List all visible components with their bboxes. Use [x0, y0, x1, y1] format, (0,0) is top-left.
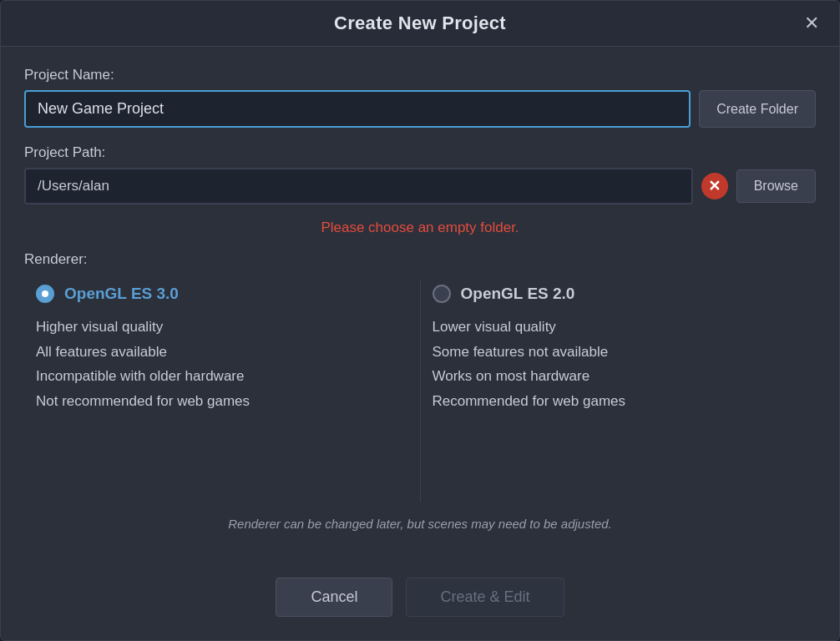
renderer-feature-item: All features available — [36, 341, 408, 363]
create-new-project-dialog: Create New Project ✕ Project Name: Creat… — [0, 0, 840, 641]
path-error-icon[interactable]: ✕ — [701, 173, 728, 199]
renderer-feature-item: Higher visual quality — [36, 316, 408, 338]
renderer-feature-item: Recommended for web games — [433, 391, 805, 412]
renderer-label: Renderer: — [24, 251, 816, 268]
renderer-option-header-30[interactable]: OpenGL ES 3.0 — [36, 285, 408, 303]
renderer-feature-item: Not recommended for web games — [36, 391, 408, 412]
project-name-row: Create Folder — [24, 90, 816, 128]
renderer-option-opengl-es-30: OpenGL ES 3.0 Higher visual quality All … — [24, 280, 420, 502]
renderer-feature-item: Some features not available — [433, 341, 805, 363]
renderer-option-header-20[interactable]: OpenGL ES 2.0 — [433, 285, 805, 303]
renderer-feature-item: Incompatible with older hardware — [36, 366, 408, 387]
renderer-name-30: OpenGL ES 3.0 — [64, 285, 179, 303]
cancel-button[interactable]: Cancel — [276, 578, 392, 617]
project-path-input[interactable] — [24, 168, 693, 204]
renderer-features-30: Higher visual quality All features avail… — [36, 316, 408, 411]
project-path-row: ✕ Browse — [24, 168, 816, 204]
dialog-body: Project Name: Create Folder Project Path… — [1, 47, 839, 564]
error-message: Please choose an empty folder. — [24, 220, 816, 236]
renderer-name-20: OpenGL ES 2.0 — [461, 285, 575, 303]
project-path-label: Project Path: — [24, 144, 816, 161]
renderer-options: OpenGL ES 3.0 Higher visual quality All … — [24, 280, 816, 502]
renderer-option-opengl-es-20: OpenGL ES 2.0 Lower visual quality Some … — [420, 280, 817, 502]
project-name-input[interactable] — [24, 90, 691, 128]
dialog-footer: Cancel Create & Edit — [1, 564, 839, 640]
project-name-label: Project Name: — [24, 67, 816, 83]
renderer-feature-item: Lower visual quality — [433, 316, 805, 338]
renderer-feature-item: Works on most hardware — [433, 366, 805, 387]
renderer-note: Renderer can be changed later, but scene… — [24, 517, 816, 531]
dialog-header: Create New Project ✕ — [1, 1, 839, 47]
browse-button[interactable]: Browse — [736, 169, 816, 203]
dialog-title: Create New Project — [334, 13, 506, 34]
radio-opengl-es-20[interactable] — [433, 285, 451, 303]
create-edit-button[interactable]: Create & Edit — [406, 578, 564, 617]
close-button[interactable]: ✕ — [797, 11, 826, 36]
renderer-features-20: Lower visual quality Some features not a… — [433, 316, 805, 411]
create-folder-button[interactable]: Create Folder — [699, 90, 816, 128]
radio-opengl-es-30[interactable] — [36, 285, 54, 303]
